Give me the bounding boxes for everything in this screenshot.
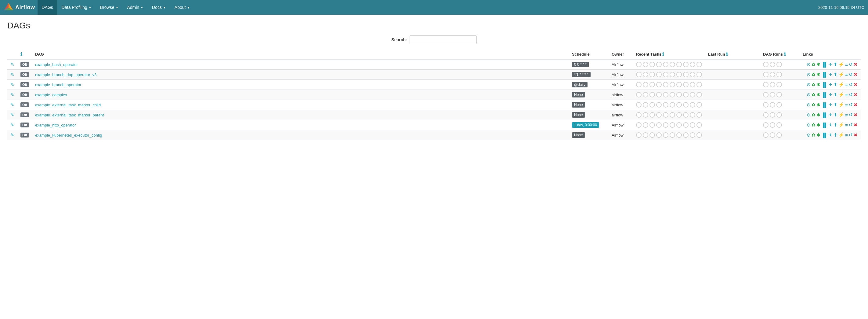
chart-icon[interactable]: ▐▌ [821, 122, 828, 128]
plane-icon[interactable]: ✈ [829, 112, 833, 118]
plane-icon[interactable]: ✈ [829, 82, 833, 87]
list-icon[interactable]: ≡ [845, 92, 848, 97]
clock-icon[interactable]: ⊙ [807, 102, 811, 108]
gear-icon[interactable]: ✱ [816, 72, 820, 77]
edit-icon[interactable]: ✎ [10, 62, 14, 67]
refresh-icon[interactable]: ↺ [849, 122, 853, 128]
refresh-icon[interactable]: ↺ [849, 132, 853, 138]
clock-icon[interactable]: ⊙ [807, 72, 811, 77]
plane-icon[interactable]: ✈ [829, 132, 833, 138]
clock-icon[interactable]: ⊙ [807, 132, 811, 138]
bolt-icon[interactable]: ⚡ [838, 102, 844, 108]
gear-icon[interactable]: ✱ [816, 62, 820, 67]
toggle-off-button[interactable]: Off [21, 92, 29, 97]
list-icon[interactable]: ≡ [845, 72, 848, 77]
bolt-icon[interactable]: ⚡ [838, 122, 844, 128]
refresh-icon[interactable]: ↺ [849, 92, 853, 97]
toggle-off-button[interactable]: Off [21, 112, 29, 117]
refresh-icon[interactable]: ↺ [849, 72, 853, 77]
refresh-icon[interactable]: ↺ [849, 112, 853, 118]
plane-icon[interactable]: ✈ [829, 62, 833, 67]
clock-icon[interactable]: ⊙ [807, 62, 811, 67]
chart-icon[interactable]: ▐▌ [821, 133, 828, 138]
upload-icon[interactable]: ⬆ [834, 62, 837, 67]
plane-icon[interactable]: ✈ [829, 102, 833, 108]
close-icon[interactable]: ✖ [854, 72, 858, 77]
dag-name-link[interactable]: example_bash_operator [35, 62, 78, 67]
bolt-icon[interactable]: ⚡ [838, 92, 844, 97]
dag-name-link[interactable]: example_branch_dop_operator_v3 [35, 72, 97, 77]
upload-icon[interactable]: ⬆ [834, 92, 837, 97]
refresh-icon[interactable]: ↺ [849, 82, 853, 87]
upload-icon[interactable]: ⬆ [834, 72, 837, 77]
leaf-icon[interactable]: ✿ [811, 102, 815, 108]
upload-icon[interactable]: ⬆ [834, 82, 837, 87]
clock-icon[interactable]: ⊙ [807, 112, 811, 118]
dag-name-link[interactable]: example_complex [35, 93, 67, 97]
bolt-icon[interactable]: ⚡ [838, 112, 844, 118]
upload-icon[interactable]: ⬆ [834, 102, 837, 108]
close-icon[interactable]: ✖ [854, 82, 858, 87]
close-icon[interactable]: ✖ [854, 62, 858, 67]
bolt-icon[interactable]: ⚡ [838, 82, 844, 87]
nav-browse[interactable]: Browse ▼ [96, 0, 123, 14]
edit-icon[interactable]: ✎ [10, 112, 14, 117]
navbar-brand[interactable]: Airflow [4, 2, 35, 12]
upload-icon[interactable]: ⬆ [834, 112, 837, 118]
clock-icon[interactable]: ⊙ [807, 122, 811, 128]
chart-icon[interactable]: ▐▌ [821, 82, 828, 87]
close-icon[interactable]: ✖ [854, 122, 858, 128]
gear-icon[interactable]: ✱ [816, 92, 820, 97]
leaf-icon[interactable]: ✿ [811, 92, 815, 97]
chart-icon[interactable]: ▐▌ [821, 92, 828, 97]
nav-dags[interactable]: DAGs [37, 0, 57, 14]
dag-name-link[interactable]: example_branch_operator [35, 83, 82, 87]
search-input[interactable] [410, 35, 477, 44]
bolt-icon[interactable]: ⚡ [838, 62, 844, 67]
edit-icon[interactable]: ✎ [10, 92, 14, 97]
refresh-icon[interactable]: ↺ [849, 102, 853, 108]
edit-icon[interactable]: ✎ [10, 132, 14, 138]
toggle-off-button[interactable]: Off [21, 62, 29, 67]
close-icon[interactable]: ✖ [854, 92, 858, 97]
gear-icon[interactable]: ✱ [816, 132, 820, 138]
leaf-icon[interactable]: ✿ [811, 72, 815, 77]
close-icon[interactable]: ✖ [854, 102, 858, 108]
list-icon[interactable]: ≡ [845, 82, 848, 87]
leaf-icon[interactable]: ✿ [811, 132, 815, 138]
dag-name-link[interactable]: example_external_task_marker_child [35, 103, 101, 107]
refresh-icon[interactable]: ↺ [849, 62, 853, 67]
dag-name-link[interactable]: example_kubernetes_executor_config [35, 133, 102, 138]
toggle-off-button[interactable]: Off [21, 103, 29, 107]
leaf-icon[interactable]: ✿ [811, 62, 815, 67]
list-icon[interactable]: ≡ [845, 112, 848, 118]
plane-icon[interactable]: ✈ [829, 122, 833, 128]
nav-about[interactable]: About ▼ [170, 0, 194, 14]
chart-icon[interactable]: ▐▌ [821, 103, 828, 108]
nav-data-profiling[interactable]: Data Profiling ▼ [57, 0, 96, 14]
dag-name-link[interactable]: example_http_operator [35, 123, 76, 127]
chart-icon[interactable]: ▐▌ [821, 72, 828, 77]
upload-icon[interactable]: ⬆ [834, 122, 837, 128]
gear-icon[interactable]: ✱ [816, 82, 820, 87]
gear-icon[interactable]: ✱ [816, 112, 820, 118]
clock-icon[interactable]: ⊙ [807, 92, 811, 97]
plane-icon[interactable]: ✈ [829, 92, 833, 97]
leaf-icon[interactable]: ✿ [811, 82, 815, 87]
chart-icon[interactable]: ▐▌ [821, 62, 828, 67]
toggle-off-button[interactable]: Off [21, 72, 29, 77]
list-icon[interactable]: ≡ [845, 133, 848, 138]
nav-admin[interactable]: Admin ▼ [123, 0, 148, 14]
list-icon[interactable]: ≡ [845, 62, 848, 67]
plane-icon[interactable]: ✈ [829, 72, 833, 77]
upload-icon[interactable]: ⬆ [834, 132, 837, 138]
bolt-icon[interactable]: ⚡ [838, 72, 844, 77]
close-icon[interactable]: ✖ [854, 132, 858, 138]
toggle-off-button[interactable]: Off [21, 133, 29, 138]
chart-icon[interactable]: ▐▌ [821, 112, 828, 118]
close-icon[interactable]: ✖ [854, 112, 858, 118]
list-icon[interactable]: ≡ [845, 122, 848, 128]
gear-icon[interactable]: ✱ [816, 102, 820, 108]
clock-icon[interactable]: ⊙ [807, 82, 811, 87]
list-icon[interactable]: ≡ [845, 103, 848, 108]
